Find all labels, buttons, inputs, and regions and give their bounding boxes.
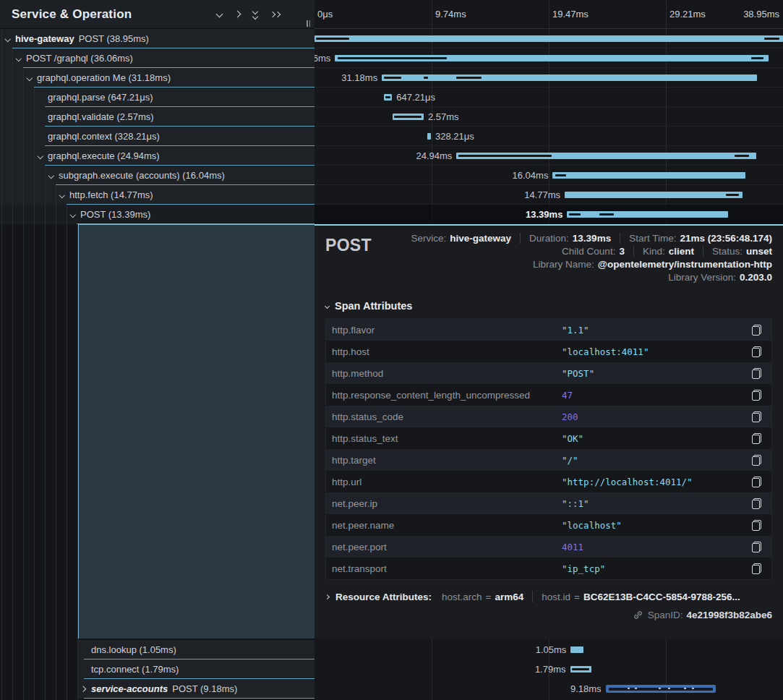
copy-icon[interactable]	[752, 520, 761, 531]
span-id-label: SpanID:	[648, 610, 683, 620]
tree-item[interactable]: hive-gateway POST (38.95ms)	[0, 29, 315, 48]
span-bar-cell[interactable]: 2.57ms	[315, 107, 783, 127]
duration-label: 647.21μs	[396, 88, 435, 107]
span-id-row: SpanID: 4e21998f3b82abe6	[325, 610, 772, 620]
span-row-post-graphql[interactable]: POST /graphql (36.06ms) 36.06ms	[0, 48, 783, 68]
span-bar[interactable]	[315, 35, 783, 42]
tree-item[interactable]: graphql.validate (2.57ms)	[0, 107, 315, 127]
span-row-tcp-connect[interactable]: tcp.connect (1.79ms) 1.79ms	[0, 660, 783, 679]
expand-all-icon[interactable]	[270, 12, 280, 17]
span-row-service-accounts-post[interactable]: service-accounts POST (9.18ms) 9.18ms	[0, 679, 783, 699]
tree-item[interactable]: dns.lookup (1.05ms)	[0, 640, 315, 660]
chevron-down-icon[interactable]	[27, 76, 37, 80]
span-bar-cell[interactable]: 31.18ms	[315, 68, 783, 88]
ruler-tick: 19.47ms	[552, 9, 589, 20]
service-name: service-accounts	[91, 683, 168, 694]
copy-icon[interactable]	[752, 346, 761, 357]
collapse-one-icon[interactable]	[216, 11, 223, 18]
copy-icon[interactable]	[752, 563, 761, 574]
library-name-value: @opentelemetry/instrumentation-http	[598, 259, 772, 270]
span-row-graphql-validate[interactable]: graphql.validate (2.57ms) 2.57ms	[0, 107, 783, 127]
attribute-key: http.host	[326, 346, 562, 357]
span-attributes-toggle[interactable]: Span Attributes	[325, 300, 772, 312]
expand-one-icon[interactable]	[234, 11, 241, 18]
attribute-value: "localhost"	[562, 520, 752, 531]
chevron-down-icon[interactable]	[38, 154, 48, 158]
chevron-down-icon[interactable]	[60, 193, 69, 197]
span-bar[interactable]	[382, 74, 757, 81]
span-bar-cell[interactable]: 38.95ms	[315, 29, 783, 48]
duration-label: Duration:	[529, 233, 569, 244]
copy-icon[interactable]	[752, 542, 761, 552]
copy-icon[interactable]	[752, 411, 761, 422]
span-row-dns-lookup[interactable]: dns.lookup (1.05ms) 1.05ms	[0, 640, 783, 660]
span-row-graphql-parse[interactable]: graphql.parse (647.21μs) 647.21μs	[0, 88, 783, 107]
tree-item[interactable]: POST (13.39ms)	[0, 205, 315, 224]
attribute-row: net.peer.port 4011	[326, 536, 771, 558]
span-bar-cell[interactable]: 14.77ms	[315, 185, 783, 205]
attribute-row: net.peer.ip "::1"	[326, 492, 771, 514]
span-row-graphql-execute[interactable]: graphql.execute (24.94ms) 24.94ms	[0, 146, 783, 166]
span-bar[interactable]	[606, 685, 716, 693]
span-bar-cell[interactable]: 1.79ms	[315, 660, 783, 679]
span-bar-cell[interactable]: 13.39ms	[315, 205, 783, 224]
tree-item[interactable]: graphql.context (328.21μs)	[0, 127, 315, 146]
span-row-http-fetch[interactable]: http.fetch (14.77ms) 14.77ms	[0, 185, 783, 205]
span-bar-cell[interactable]: 36.06ms	[315, 48, 783, 68]
span-bar[interactable]	[565, 192, 743, 198]
copy-icon[interactable]	[752, 325, 761, 336]
span-bar[interactable]	[456, 153, 756, 159]
span-bar[interactable]	[427, 133, 431, 140]
copy-icon[interactable]	[752, 433, 761, 444]
link-icon[interactable]	[633, 610, 643, 620]
span-id-value: 4e21998f3b82abe6	[686, 610, 772, 620]
copy-icon[interactable]	[752, 455, 761, 466]
span-bar-cell[interactable]: 9.18ms	[315, 679, 783, 699]
span-bar[interactable]	[393, 114, 424, 120]
tree-item[interactable]: tcp.connect (1.79ms)	[0, 660, 315, 679]
span-bar-cell[interactable]: 24.94ms	[315, 146, 783, 166]
tree-item[interactable]: service-accounts POST (9.18ms)	[0, 679, 315, 699]
span-bar-cell[interactable]: 647.21μs	[315, 88, 783, 107]
attribute-value: "1.1"	[562, 325, 752, 336]
tree-item[interactable]: graphql.execute (24.94ms)	[0, 146, 315, 166]
span-row-subgraph-execute[interactable]: subgraph.execute (accounts) (16.04ms) 16…	[0, 166, 783, 185]
operation-label: POST (9.18ms)	[172, 683, 237, 694]
span-row-post-selected[interactable]: POST (13.39ms) 13.39ms	[0, 205, 783, 224]
tree-item[interactable]: graphql.operation Me (31.18ms)	[0, 68, 315, 88]
ruler-tick: 0μs	[317, 9, 333, 20]
tree-item[interactable]: POST /graphql (36.06ms)	[0, 48, 315, 68]
attribute-value: "::1"	[562, 498, 752, 509]
chevron-down-icon[interactable]	[71, 213, 80, 217]
span-row-graphql-operation[interactable]: graphql.operation Me (31.18ms) 31.18ms	[0, 68, 783, 88]
tree-item[interactable]: http.fetch (14.77ms)	[0, 185, 315, 205]
span-bar[interactable]	[570, 666, 592, 673]
span-row-hive-gateway-post[interactable]: hive-gateway POST (38.95ms) 38.95ms	[0, 29, 783, 48]
ruler-tick: 29.21ms	[669, 9, 706, 20]
attribute-row: http.method "POST"	[326, 362, 771, 384]
span-bar-cell[interactable]: 1.05ms	[315, 640, 783, 660]
span-bar[interactable]	[567, 211, 728, 218]
collapse-all-icon[interactable]	[253, 9, 257, 19]
tree-item[interactable]: subgraph.execute (accounts) (16.04ms)	[0, 166, 315, 185]
span-bar[interactable]	[384, 94, 392, 101]
chevron-down-icon[interactable]	[6, 37, 15, 41]
span-bar[interactable]	[570, 646, 583, 653]
chevron-down-icon[interactable]	[17, 56, 26, 61]
copy-icon[interactable]	[752, 477, 761, 487]
copy-icon[interactable]	[752, 498, 761, 509]
chevron-down-icon[interactable]	[49, 174, 59, 178]
selected-span-expanded-area[interactable]	[78, 224, 315, 639]
copy-icon[interactable]	[752, 368, 761, 379]
panel-resize-handle[interactable]	[307, 20, 310, 27]
trace-viewer: Service & Operation 0μs 9.74ms 19.47ms 2…	[0, 0, 783, 700]
span-bar-cell[interactable]: 16.04ms	[315, 166, 783, 185]
copy-icon[interactable]	[752, 390, 761, 401]
span-bar-cell[interactable]: 328.21μs	[315, 127, 783, 146]
span-bar[interactable]	[552, 172, 745, 179]
resource-attributes-toggle[interactable]: Resource Attributes: host.arch = arm64 h…	[325, 591, 772, 602]
span-row-graphql-context[interactable]: graphql.context (328.21μs) 328.21μs	[0, 127, 783, 146]
tree-item[interactable]: graphql.parse (647.21μs)	[0, 88, 315, 107]
chevron-right-icon[interactable]	[81, 687, 91, 691]
span-bar[interactable]	[335, 55, 769, 61]
